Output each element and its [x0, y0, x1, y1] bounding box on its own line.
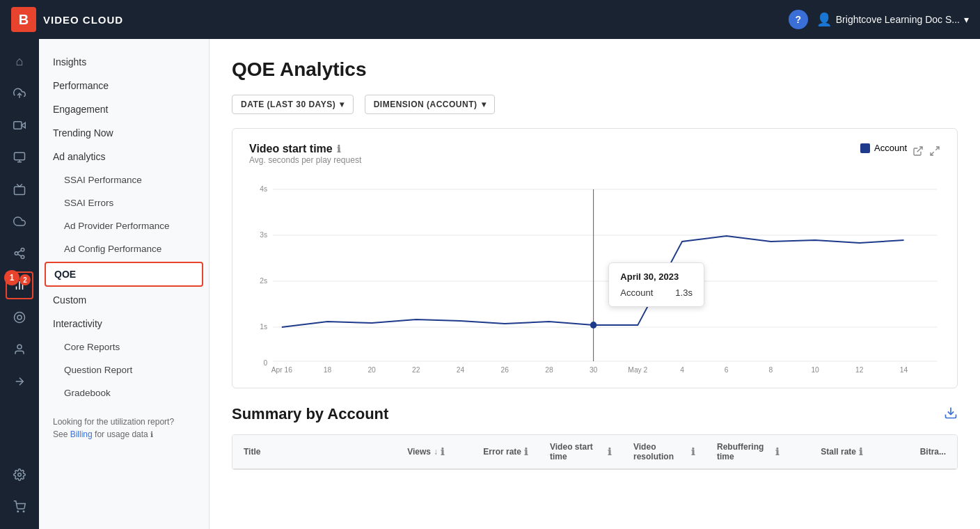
- svg-point-17: [17, 345, 22, 349]
- th-start-info: ℹ: [608, 446, 611, 457]
- svg-text:26: 26: [500, 365, 509, 374]
- logo-text: VIDEO CLOUD: [43, 14, 123, 26]
- nav-qoe[interactable]: QOE: [45, 262, 203, 287]
- date-filter[interactable]: DATE (LAST 30 DAYS) ▾: [232, 95, 354, 114]
- svg-line-10: [17, 254, 21, 256]
- filter-bar: DATE (LAST 30 DAYS) ▾ DIMENSION (ACCOUNT…: [232, 95, 958, 114]
- date-filter-chevron: ▾: [340, 100, 345, 109]
- chart-area: 4s 3s 2s 1s 0 Apr 16 18 20 22 24: [249, 179, 940, 374]
- user-menu[interactable]: 👤 Brightcove Learning Doc S... ▾: [816, 12, 969, 27]
- sidebar-upload[interactable]: [6, 79, 33, 107]
- logo-area: B VIDEO CLOUD: [11, 7, 123, 32]
- badge-2: 2: [19, 274, 31, 285]
- nav-sidebar: Insights Performance Engagement Trending…: [39, 39, 210, 529]
- svg-text:12: 12: [855, 365, 864, 374]
- svg-point-16: [17, 315, 22, 319]
- th-error-rate: Error rate ℹ: [455, 442, 539, 461]
- sidebar-media[interactable]: [6, 143, 33, 171]
- dimension-filter[interactable]: DIMENSION (ACCOUNT) ▾: [365, 95, 495, 114]
- svg-text:2s: 2s: [260, 276, 267, 285]
- svg-text:30: 30: [590, 365, 598, 374]
- svg-line-24: [931, 152, 934, 155]
- nav-custom[interactable]: Custom: [39, 288, 209, 312]
- svg-rect-3: [15, 152, 25, 160]
- dimension-filter-chevron: ▾: [482, 100, 487, 109]
- chart-header: Video start time ℹ Avg. seconds per play…: [249, 143, 940, 176]
- svg-point-21: [23, 511, 24, 512]
- user-chevron: ▾: [964, 14, 969, 25]
- nav-core-reports[interactable]: Core Reports: [39, 335, 209, 358]
- svg-text:Apr 16: Apr 16: [271, 365, 292, 374]
- nav-question-report[interactable]: Question Report: [39, 358, 209, 381]
- expand-icon[interactable]: [929, 145, 940, 159]
- nav-ssai-errors[interactable]: SSAI Errors: [39, 191, 209, 214]
- content-area: QOE Analytics DATE (LAST 30 DAYS) ▾ DIME…: [210, 39, 980, 529]
- svg-text:3s: 3s: [260, 230, 267, 239]
- date-filter-label: DATE (LAST 30 DAYS): [241, 100, 335, 109]
- sidebar-arrow[interactable]: [6, 368, 33, 395]
- legend-dot: [860, 143, 870, 153]
- th-views[interactable]: Views ↓ ℹ: [372, 442, 455, 461]
- sidebar-home[interactable]: ⌂: [6, 47, 33, 75]
- svg-text:10: 10: [811, 365, 819, 374]
- user-name: Brightcove Learning Doc S...: [836, 14, 960, 25]
- nav-ssai-performance[interactable]: SSAI Performance: [39, 168, 209, 191]
- nav-ad-provider[interactable]: Ad Provider Performance: [39, 214, 209, 237]
- th-res-info: ℹ: [691, 446, 695, 457]
- svg-rect-2: [14, 122, 22, 129]
- svg-text:4s: 4s: [260, 184, 267, 193]
- svg-text:24: 24: [457, 365, 465, 374]
- nav-trending[interactable]: Trending Now: [39, 121, 209, 145]
- sidebar-cart[interactable]: [6, 493, 33, 521]
- svg-point-7: [21, 248, 24, 252]
- svg-text:22: 22: [412, 365, 420, 374]
- chart-subtitle: Avg. seconds per play request: [249, 155, 361, 165]
- sidebar-analytics[interactable]: 1 2: [6, 271, 33, 299]
- download-button[interactable]: [944, 406, 958, 423]
- table-header: Title Views ↓ ℹ Error rate ℹ Video start…: [232, 435, 957, 469]
- svg-line-22: [917, 147, 922, 152]
- svg-text:28: 28: [545, 365, 553, 374]
- svg-point-51: [590, 322, 596, 329]
- sidebar-share[interactable]: [6, 239, 33, 267]
- export-icon[interactable]: [912, 145, 924, 159]
- sidebar-tv[interactable]: [6, 175, 33, 203]
- th-resolution: Video resolution ℹ: [622, 442, 706, 461]
- nav-performance[interactable]: Performance: [39, 74, 209, 97]
- sidebar-monitor[interactable]: [6, 303, 33, 331]
- footer-suffix: for usage data: [95, 429, 150, 439]
- nav-gradebook[interactable]: Gradebook: [39, 381, 209, 404]
- nav-ad-analytics[interactable]: Ad analytics: [39, 145, 209, 168]
- svg-text:20: 20: [368, 365, 376, 374]
- nav-insights[interactable]: Insights: [39, 50, 209, 74]
- svg-point-8: [15, 252, 18, 255]
- nav-ad-config[interactable]: Ad Config Performance: [39, 237, 209, 260]
- user-icon: 👤: [816, 12, 832, 27]
- main-layout: ⌂ 1 2: [0, 39, 980, 529]
- svg-text:4: 4: [680, 365, 684, 374]
- svg-text:14: 14: [900, 365, 908, 374]
- sidebar-users[interactable]: [6, 335, 33, 363]
- th-title: Title: [232, 442, 372, 461]
- chart-actions: Account: [860, 143, 940, 161]
- summary-header: Summary by Account: [232, 405, 958, 423]
- svg-text:8: 8: [769, 365, 773, 374]
- footer-info-icon: ℹ: [150, 430, 153, 439]
- th-stall-info: ℹ: [859, 446, 862, 457]
- topnav-right: ? 👤 Brightcove Learning Doc S... ▾: [789, 10, 969, 29]
- sidebar-cloud[interactable]: [6, 207, 33, 235]
- chart-info-icon[interactable]: ℹ: [337, 143, 340, 155]
- help-button[interactable]: ?: [789, 10, 808, 29]
- nav-engagement[interactable]: Engagement: [39, 97, 209, 121]
- billing-link[interactable]: Billing: [70, 429, 93, 439]
- nav-interactivity[interactable]: Interactivity: [39, 312, 209, 335]
- icon-sidebar: ⌂ 1 2: [0, 39, 39, 529]
- sidebar-video[interactable]: [6, 111, 33, 139]
- svg-point-20: [17, 511, 19, 512]
- svg-point-9: [21, 255, 24, 259]
- sidebar-settings[interactable]: [6, 461, 33, 489]
- summary-title: Summary by Account: [232, 405, 388, 423]
- svg-rect-6: [15, 187, 25, 194]
- th-views-info: ℹ: [441, 446, 444, 457]
- chart-svg: 4s 3s 2s 1s 0 Apr 16 18 20 22 24: [249, 179, 940, 374]
